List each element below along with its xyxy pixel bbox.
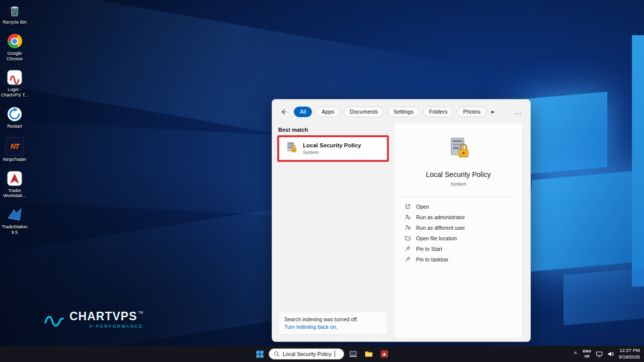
brand-trademark: TM <box>138 311 143 314</box>
desktop-icons: Recycle Bin Google Chrome Login - ChartV… <box>0 2 29 235</box>
action-pin-to-start[interactable]: Pin to Start <box>394 243 522 254</box>
indexing-notice: Search indexing was turned off. Turn ind… <box>278 312 388 335</box>
action-open-file-location[interactable]: Open file location <box>394 233 522 243</box>
language-line1: ENG <box>583 349 591 354</box>
taskbar-app-tradestation-icon[interactable] <box>378 347 391 360</box>
action-label: Run as administrator <box>416 214 465 220</box>
more-options-icon[interactable]: … <box>515 108 522 116</box>
recycle-bin-icon <box>7 2 23 18</box>
icon-label: Login - ChartVPS T... <box>1 87 29 98</box>
search-result-local-security-policy[interactable]: Local Security Policy System <box>279 137 387 160</box>
pin-icon <box>405 256 411 262</box>
action-open[interactable]: Open <box>394 201 522 212</box>
brand-tagline: X-PERFORMANCE <box>69 324 143 329</box>
action-label: Pin to taskbar <box>416 256 448 262</box>
context-actions: Open Run as administrator Run as differe… <box>394 200 522 264</box>
icon-label: Restart <box>7 124 22 129</box>
icon-label: TradeStation 9.5 <box>1 224 29 235</box>
tab-apps[interactable]: Apps <box>315 107 340 117</box>
icon-label: Google Chrome <box>1 51 29 62</box>
taskbar-clock[interactable]: 12:27 PM 9/19/2025 <box>619 347 640 360</box>
language-line2: US <box>583 354 591 359</box>
volume-icon[interactable] <box>607 350 614 357</box>
action-run-as-administrator[interactable]: Run as administrator <box>394 212 522 222</box>
tab-folders[interactable]: Folders <box>423 107 454 117</box>
system-tray: ^ ENG US 12:27 PM 9/19/2025 <box>573 346 640 362</box>
ninjatrader-icon: NT <box>6 137 24 155</box>
preview-panel: Local Security Policy System Open Run as… <box>394 123 523 338</box>
tray-expand-icon[interactable]: ^ <box>573 350 579 357</box>
result-title: Local Security Policy <box>303 142 361 148</box>
restart-icon <box>7 106 23 122</box>
best-match-heading: Best match <box>278 127 388 133</box>
action-label: Open file location <box>416 235 457 241</box>
back-icon[interactable] <box>280 108 288 116</box>
clock-time: 12:27 PM <box>619 347 640 354</box>
windows-search-flyout: All Apps Documents Settings Folders Phot… <box>272 99 531 342</box>
tab-settings[interactable]: Settings <box>387 107 420 117</box>
highlight-annotation-box: Local Security Policy System <box>277 135 389 162</box>
desktop-icon-recycle-bin[interactable]: Recycle Bin <box>1 2 29 25</box>
preview-subtitle: System <box>394 181 522 187</box>
chartvps-mark-icon <box>43 311 64 328</box>
taskbar: Local Security Policy ^ ENG US 12:27 PM … <box>0 346 644 362</box>
pin-icon <box>405 245 411 252</box>
desktop-icon-restart[interactable]: Restart <box>1 106 29 129</box>
tab-documents[interactable]: Documents <box>344 107 384 117</box>
action-label: Run as different user <box>416 225 465 231</box>
taskbar-app-file-explorer-icon[interactable] <box>362 347 375 360</box>
desktop-icon-ninjatrader[interactable]: NT NinjaTrader <box>1 137 29 162</box>
taskbar-search-box[interactable]: Local Security Policy <box>269 348 344 359</box>
action-pin-to-taskbar[interactable]: Pin to taskbar <box>394 254 522 264</box>
taskbar-app-desktop-icon[interactable] <box>347 347 360 360</box>
tabs-overflow-icon[interactable]: ▶ <box>490 110 496 114</box>
tradestation-icon <box>7 207 23 223</box>
action-label: Open <box>416 204 429 210</box>
trader-workstation-icon <box>7 170 23 187</box>
action-label: Pin to Start <box>416 246 442 252</box>
language-indicator[interactable]: ENG US <box>583 349 591 359</box>
tab-photos[interactable]: Photos <box>457 107 486 117</box>
network-icon[interactable] <box>596 350 603 357</box>
search-filter-tabs: All Apps Documents Settings Folders Phot… <box>294 107 515 117</box>
run-as-admin-icon <box>405 214 411 220</box>
desktop-icon-tradestation[interactable]: TradeStation 9.5 <box>1 207 29 235</box>
run-as-different-user-icon <box>405 224 411 231</box>
desktop-icon-trader-workstation[interactable]: Trader Workstati... <box>1 170 29 199</box>
desktop-icon-google-chrome[interactable]: Google Chrome <box>1 33 29 62</box>
indexing-message: Search indexing was turned off. <box>284 316 382 323</box>
windows-logo-icon <box>256 350 264 358</box>
clock-date: 9/19/2025 <box>619 354 640 360</box>
action-run-as-different-user[interactable]: Run as different user <box>394 222 522 233</box>
search-results-pane: Best match <box>272 123 394 341</box>
chartvps-logo: CHARTVPS TM X-PERFORMANCE <box>43 310 143 329</box>
folder-icon <box>405 235 411 241</box>
desktop-icon-login-chartvps[interactable]: Login - ChartVPS T... <box>1 69 29 98</box>
local-security-policy-large-icon <box>445 154 471 163</box>
brand-name: CHARTVPS <box>69 310 137 323</box>
local-security-policy-icon <box>284 141 298 156</box>
chartvps-login-icon <box>7 69 23 85</box>
icon-label: NinjaTrader <box>3 157 27 162</box>
icon-label: Trader Workstati... <box>1 188 29 199</box>
chrome-icon <box>7 33 23 49</box>
taskbar-search-text: Local Security Policy <box>283 351 332 357</box>
divider <box>401 197 515 197</box>
ninjatrader-monogram: NT <box>11 142 19 150</box>
indexing-link[interactable]: Turn indexing back on. <box>284 323 382 331</box>
tab-all[interactable]: All <box>294 107 312 117</box>
search-tabs-bar: All Apps Documents Settings Folders Phot… <box>272 100 530 123</box>
search-icon <box>274 351 280 357</box>
result-subtitle: System <box>303 149 361 155</box>
preview-title: Local Security Policy <box>394 170 522 178</box>
open-icon <box>405 203 411 210</box>
icon-label: Recycle Bin <box>3 20 27 25</box>
text-cursor <box>335 351 335 357</box>
start-button[interactable] <box>253 347 266 360</box>
